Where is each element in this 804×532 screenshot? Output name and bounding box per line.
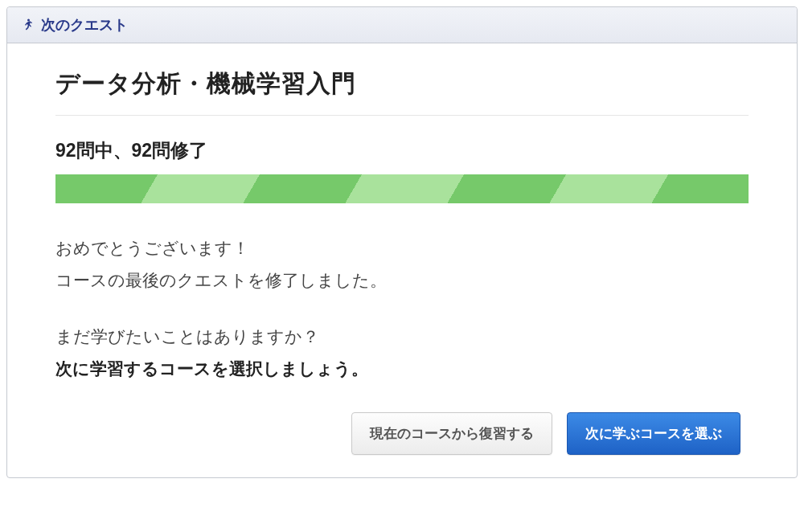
progress-fill <box>55 174 749 203</box>
congrats-line-1: おめでとうございます！ <box>55 232 749 264</box>
panel-header: 次のクエスト <box>7 7 797 43</box>
course-title: データ分析・機械学習入門 <box>55 68 749 116</box>
panel-header-title: 次のクエスト <box>41 15 128 35</box>
panel-body: データ分析・機械学習入門 92問中、92問修了 おめでとうございます！ コースの… <box>7 43 797 477</box>
prompt-line-1: まだ学びたいことはありますか？ <box>55 321 749 353</box>
next-prompt: まだ学びたいことはありますか？ 次に学習するコースを選択しましょう。 <box>55 321 749 385</box>
svg-point-0 <box>27 19 30 22</box>
progress-label: 92問中、92問修了 <box>55 138 749 163</box>
prompt-line-2: 次に学習するコースを選択しましょう。 <box>55 353 749 385</box>
choose-next-button[interactable]: 次に学ぶコースを選ぶ <box>567 412 740 455</box>
next-quest-panel: 次のクエスト データ分析・機械学習入門 92問中、92問修了 おめでとうございま… <box>6 6 798 478</box>
review-current-button[interactable]: 現在のコースから復習する <box>351 412 552 455</box>
running-person-icon <box>20 18 35 32</box>
completion-message: おめでとうございます！ コースの最後のクエストを修了しました。 <box>55 232 749 297</box>
button-row: 現在のコースから復習する 次に学ぶコースを選ぶ <box>55 393 749 455</box>
congrats-line-2: コースの最後のクエストを修了しました。 <box>55 264 749 297</box>
progress-bar <box>55 174 749 203</box>
